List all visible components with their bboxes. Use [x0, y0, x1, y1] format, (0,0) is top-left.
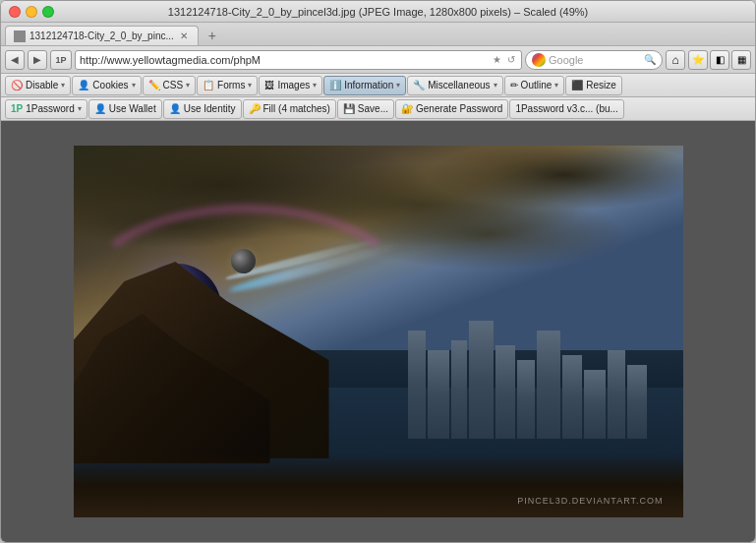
save-button[interactable]: 💾 Save...: [337, 99, 394, 119]
cookies-menu[interactable]: 👤 Cookies ▾: [72, 76, 141, 95]
wallet-icon: 👤: [94, 103, 106, 114]
save-label: Save...: [358, 103, 388, 114]
onepassword-version: 1Password v3.c... (bu...: [509, 99, 624, 119]
outline-arrow: ▾: [554, 81, 558, 90]
cookies-icon: 👤: [78, 80, 89, 90]
forms-label: Forms: [217, 80, 245, 90]
building-9: [584, 370, 606, 439]
misc-icon: 🔧: [413, 80, 425, 90]
building-5: [495, 345, 515, 439]
forms-icon: 📋: [203, 80, 214, 90]
onepassword-label: 1Password: [26, 103, 74, 114]
outline-label: Outline: [521, 80, 552, 90]
use-wallet-label: Use Wallet: [109, 103, 156, 114]
tabbar: 1312124718-City_2_0_by_pinc... ✕ +: [1, 23, 755, 46]
css-menu[interactable]: ✏️ CSS ▾: [143, 76, 197, 95]
fill-label: Fill (4 matches): [263, 103, 330, 114]
google-icon: [532, 53, 546, 67]
outline-icon: ✏: [510, 80, 518, 90]
new-tab-button[interactable]: +: [203, 26, 222, 45]
building-11: [627, 365, 647, 439]
extensions-button[interactable]: ◧: [710, 50, 729, 70]
password-toolbar: 1P 1Password ▾ 👤 Use Wallet 👤 Use Identi…: [1, 97, 755, 121]
miscellaneous-label: Miscellaneous: [428, 80, 490, 90]
search-bar[interactable]: Google 🔍: [525, 50, 663, 70]
nav-extra-buttons: ⭐ ◧ ▦: [688, 50, 751, 70]
generate-password-button[interactable]: 🔐 Generate Password: [395, 99, 508, 119]
miscellaneous-menu[interactable]: 🔧 Miscellaneous ▾: [407, 76, 502, 95]
forms-arrow: ▾: [248, 81, 252, 90]
tab-favicon: [14, 30, 26, 42]
resize-label: Resize: [586, 80, 616, 90]
fill-button[interactable]: 🔑 Fill (4 matches): [243, 99, 336, 119]
close-button[interactable]: [9, 6, 21, 18]
information-menu[interactable]: ℹ️ Information ▾: [323, 76, 406, 95]
information-arrow: ▾: [396, 81, 400, 90]
resize-menu[interactable]: ⬛ Resize: [565, 76, 622, 95]
css-label: CSS: [163, 80, 184, 90]
traffic-lights: [9, 6, 54, 18]
use-identity-button[interactable]: 👤 Use Identity: [163, 99, 242, 119]
building-7: [537, 331, 560, 439]
onepassword-menu[interactable]: 1P 1Password ▾: [5, 99, 87, 119]
images-label: Images: [277, 80, 310, 90]
back-button[interactable]: ◀: [5, 50, 25, 70]
images-menu[interactable]: 🖼 Images ▾: [259, 76, 322, 95]
address-text: http://www.yellowtagmedia.com/phpM: [80, 54, 488, 66]
bookmarks-button[interactable]: ⭐: [688, 50, 708, 70]
information-icon: ℹ️: [329, 80, 341, 90]
minimize-button[interactable]: [26, 6, 37, 18]
css-arrow: ▾: [186, 81, 190, 90]
home-button[interactable]: ⌂: [666, 50, 685, 70]
disable-icon: 🚫: [11, 80, 23, 90]
tab-close-button[interactable]: ✕: [178, 30, 190, 42]
search-input-placeholder: Google: [549, 54, 641, 66]
resize-icon: ⬛: [571, 80, 583, 90]
save-icon: 💾: [343, 103, 355, 114]
back-icon: ◀: [11, 54, 19, 65]
navigation-bar: ◀ ▶ 1P http://www.yellowtagmedia.com/php…: [1, 46, 755, 74]
address-bar[interactable]: http://www.yellowtagmedia.com/phpM ★ ↺: [75, 50, 522, 70]
bookmark-star-icon[interactable]: ★: [491, 54, 502, 66]
use-wallet-button[interactable]: 👤 Use Wallet: [88, 99, 162, 119]
webdev-toolbar: 🚫 Disable ▾ 👤 Cookies ▾ ✏️ CSS ▾ 📋 Forms…: [1, 74, 755, 97]
op-arrow: ▾: [78, 104, 82, 113]
building-6: [517, 360, 535, 439]
generate-icon: 🔐: [401, 103, 413, 114]
disable-menu[interactable]: 🚫 Disable ▾: [5, 76, 71, 95]
refresh-icon[interactable]: ↺: [505, 54, 517, 66]
images-icon: 🖼: [264, 80, 274, 90]
browser-window: 1312124718-City_2_0_by_pincel3d.jpg (JPE…: [0, 0, 756, 543]
image-watermark: PINCEL3D.DEVIANTART.COM: [517, 496, 663, 506]
forward-button[interactable]: ▶: [28, 50, 47, 70]
use-identity-label: Use Identity: [184, 103, 236, 114]
identity-icon: 👤: [169, 103, 181, 114]
home-icon: ⌂: [671, 53, 678, 67]
information-label: Information: [344, 80, 393, 90]
browser-tab[interactable]: 1312124718-City_2_0_by_pinc... ✕: [5, 26, 199, 45]
main-image: PINCEL3D.DEVIANTART.COM: [74, 146, 683, 517]
small-moon: [231, 249, 256, 273]
disable-label: Disable: [26, 80, 58, 90]
images-arrow: ▾: [313, 81, 317, 90]
onepassword-badge[interactable]: 1P: [50, 50, 72, 70]
version-label: 1Password v3.c... (bu...: [515, 103, 618, 114]
generate-password-label: Generate Password: [416, 103, 502, 114]
cityscape: [408, 311, 664, 439]
tab-label: 1312124718-City_2_0_by_pinc...: [29, 30, 174, 41]
building-3: [451, 340, 467, 439]
search-icon: 🔍: [644, 54, 656, 65]
maximize-button[interactable]: [42, 6, 54, 18]
window-title: 1312124718-City_2_0_by_pincel3d.jpg (JPE…: [168, 6, 588, 18]
outline-menu[interactable]: ✏ Outline ▾: [504, 76, 565, 95]
building-10: [608, 350, 625, 439]
content-area: PINCEL3D.DEVIANTART.COM: [1, 121, 755, 542]
forms-menu[interactable]: 📋 Forms ▾: [197, 76, 258, 95]
titlebar: 1312124718-City_2_0_by_pincel3d.jpg (JPE…: [1, 1, 755, 23]
menu-button[interactable]: ▦: [731, 50, 751, 70]
onepassword-icon: 1P: [11, 103, 23, 114]
building-8: [562, 355, 582, 439]
misc-arrow: ▾: [494, 81, 497, 90]
forward-icon: ▶: [33, 54, 41, 65]
cookies-label: Cookies: [92, 80, 128, 90]
